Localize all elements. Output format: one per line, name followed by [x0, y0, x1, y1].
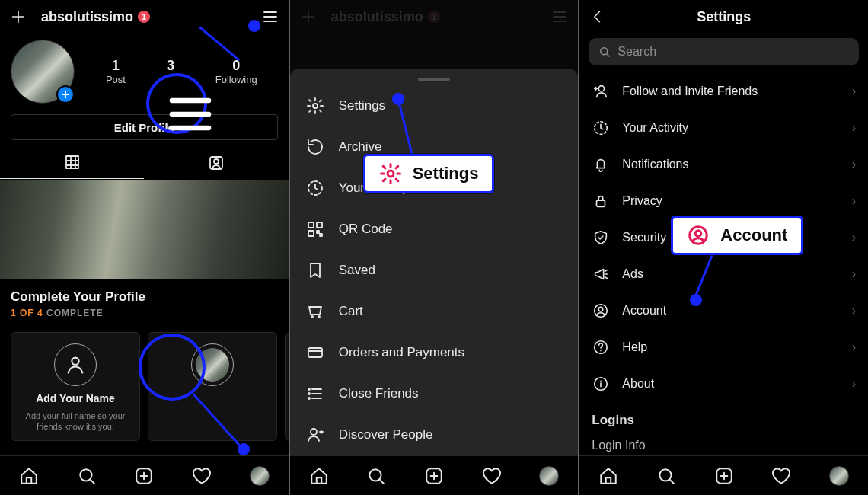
avatar[interactable]: + [11, 40, 75, 104]
nav-search-icon[interactable] [656, 465, 677, 487]
svg-point-12 [308, 388, 310, 390]
menu-item-label: Discover People [339, 427, 433, 442]
callout-label: Settings [413, 164, 479, 184]
nav-home-icon[interactable] [18, 465, 40, 487]
add-person-icon [305, 425, 325, 445]
title-label: Settings [697, 9, 751, 25]
row-label: Privacy [622, 194, 839, 208]
bottom-nav [579, 455, 868, 495]
nav-activity-icon[interactable] [771, 465, 792, 487]
nav-create-icon[interactable] [423, 465, 445, 487]
menu-item-settings[interactable]: Settings [290, 85, 579, 126]
search-placeholder: Search [617, 45, 656, 59]
row-label: Help [622, 340, 839, 354]
settings-row-ads[interactable]: Ads › [579, 256, 868, 292]
svg-point-24 [599, 307, 604, 311]
menu-item-cart[interactable]: Cart [290, 291, 579, 332]
nav-profile-avatar[interactable] [538, 465, 560, 487]
new-post-icon[interactable] [8, 6, 29, 27]
nav-create-icon[interactable] [713, 465, 735, 487]
menu-item-label: Archive [339, 139, 382, 155]
megaphone-icon [592, 265, 610, 283]
tab-grid[interactable] [0, 146, 144, 179]
svg-point-6 [313, 104, 318, 108]
svg-point-19 [601, 48, 608, 55]
bottom-nav [0, 455, 289, 495]
back-icon[interactable] [587, 6, 608, 27]
shield-icon [592, 228, 610, 247]
menu-item-close-friends[interactable]: Close Friends [290, 373, 579, 414]
nav-activity-icon[interactable] [191, 465, 212, 487]
settings-row-help[interactable]: Help › [579, 329, 868, 366]
row-label: Login Info [592, 439, 856, 452]
search-input[interactable]: Search [589, 38, 859, 65]
card-add-name-title: Add Your Name [36, 392, 115, 404]
chevron-right-icon: › [852, 340, 856, 354]
bottom-nav [290, 455, 579, 495]
search-icon [598, 45, 611, 59]
callout-label: Account [720, 225, 787, 245]
svg-rect-22 [597, 200, 605, 206]
menu-item-saved[interactable]: Saved [290, 250, 579, 291]
settings-list: Follow and Invite Friends › Your Activit… [579, 73, 868, 461]
svg-point-15 [311, 429, 317, 435]
card-add-photo[interactable] [148, 332, 277, 441]
svg-point-18 [388, 171, 394, 177]
post-thumbnail[interactable] [0, 180, 289, 279]
row-label: Notifications [622, 158, 839, 171]
stat-followers-count: 3 [167, 58, 174, 74]
nav-create-icon[interactable] [133, 465, 155, 487]
svg-rect-9 [317, 222, 322, 228]
settings-row-privacy[interactable]: Privacy › [579, 183, 868, 219]
photo-icon [191, 343, 234, 386]
card-add-name-sub: Add your full name so your friends know … [19, 410, 132, 433]
card-add-photo-title [211, 392, 214, 404]
card-add-bio[interactable]: Add a Bio Tell your followers about your… [285, 332, 289, 441]
screen-settings: Settings Search Follow and Invite Friend… [579, 0, 868, 495]
settings-title: Settings [614, 9, 833, 25]
callout-settings: Settings [363, 154, 495, 193]
svg-rect-10 [308, 231, 314, 236]
nav-activity-icon[interactable] [481, 465, 503, 487]
stat-followers[interactable]: 3 [167, 58, 174, 85]
stat-posts[interactable]: 1 Post [106, 58, 126, 85]
svg-point-1 [214, 159, 219, 164]
add-story-icon[interactable]: + [56, 85, 75, 104]
gear-icon [305, 96, 325, 116]
card-add-name[interactable]: Add Your Name Add your full name so your… [11, 332, 140, 441]
hamburger-menu-icon[interactable] [260, 6, 281, 27]
settings-row-follow-invite[interactable]: Follow and Invite Friends › [579, 73, 868, 110]
nav-profile-avatar[interactable] [828, 465, 850, 487]
chevron-right-icon: › [852, 194, 856, 208]
settings-row-notifications[interactable]: Notifications › [579, 146, 868, 183]
profile-username[interactable]: absolutissimo 1 [35, 9, 254, 25]
svg-point-14 [308, 398, 310, 399]
menu-item-orders[interactable]: Orders and Payments [290, 332, 579, 373]
edit-profile-button[interactable]: Edit Profile [11, 114, 278, 140]
settings-row-account[interactable]: Account › [579, 292, 868, 329]
nav-home-icon[interactable] [308, 465, 330, 487]
stat-posts-label: Post [106, 74, 126, 85]
info-icon [592, 375, 610, 393]
nav-profile-avatar[interactable] [249, 465, 270, 487]
complete-progress-rest: COMPLETE [43, 308, 104, 318]
menu-item-label: Orders and Payments [339, 345, 464, 360]
settings-row-activity[interactable]: Your Activity › [579, 110, 868, 146]
nav-search-icon[interactable] [76, 465, 97, 487]
row-label: Follow and Invite Friends [622, 85, 839, 98]
sheet-grabber[interactable] [418, 78, 450, 81]
settings-row-about[interactable]: About › [579, 366, 868, 402]
stat-following-count: 0 [215, 58, 257, 74]
menu-item-qrcode[interactable]: QR Code [290, 209, 579, 250]
stat-following-label: Following [215, 74, 257, 85]
account-icon [687, 224, 710, 247]
menu-item-discover[interactable]: Discover People [290, 414, 579, 455]
nav-search-icon[interactable] [365, 465, 387, 487]
profile-stats: 1 Post 3 0 Following [85, 58, 278, 85]
menu-item-label: Settings [339, 98, 385, 113]
complete-cards[interactable]: Add Your Name Add your full name so your… [0, 321, 289, 441]
cart-icon [305, 302, 325, 321]
nav-home-icon[interactable] [598, 465, 619, 487]
tab-tagged[interactable] [144, 146, 288, 179]
stat-following[interactable]: 0 Following [215, 58, 257, 85]
